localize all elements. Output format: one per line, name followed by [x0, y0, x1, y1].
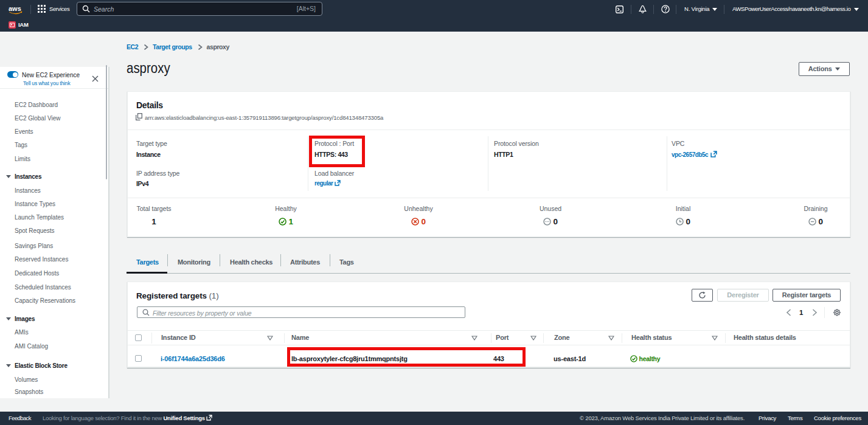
- svg-text:aws: aws: [9, 5, 21, 12]
